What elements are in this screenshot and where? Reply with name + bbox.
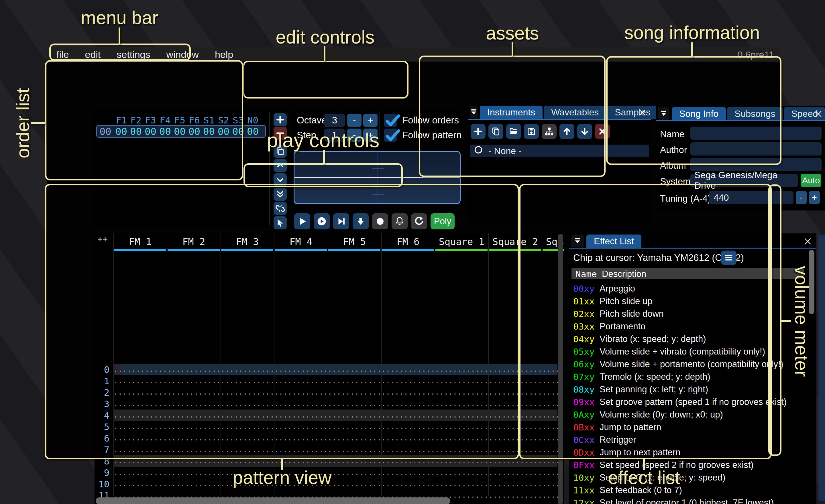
pattern-vertical-scrollbar[interactable] (558, 234, 563, 504)
channel-header-fm-4[interactable]: FM 4 (274, 236, 328, 248)
order-cell[interactable]: 00 (216, 126, 231, 137)
pattern-cell[interactable]: ............ (489, 445, 542, 453)
octave-decrease-button[interactable]: - (347, 114, 362, 127)
pattern-cell[interactable]: ............ (435, 399, 489, 408)
pattern-cell[interactable]: ............ (489, 456, 542, 465)
tab-wavetables[interactable]: Wavetables (544, 106, 606, 119)
poly-toggle-button[interactable]: Poly (431, 213, 455, 229)
tab-subsongs[interactable]: Subsongs (727, 107, 782, 120)
pattern-cell[interactable]: ............ (435, 411, 489, 419)
pattern-cell[interactable]: ............ (489, 434, 542, 442)
menu-item-file[interactable]: file (57, 49, 69, 60)
effect-list-row[interactable]: 0BxxJump to pattern (569, 421, 816, 433)
order-cell[interactable]: 00 (129, 126, 143, 137)
collapse-window-icon[interactable] (571, 235, 584, 247)
pattern-cell[interactable]: ............ (328, 434, 381, 442)
effect-list-row[interactable]: 10xySetup LFO (x: enable; y: speed) (569, 471, 816, 484)
pattern-cell[interactable]: ............ (221, 411, 274, 419)
collapse-window-icon[interactable] (470, 106, 477, 118)
follow-pattern-checkbox[interactable] (384, 129, 397, 142)
play-pattern-button[interactable] (314, 213, 330, 229)
name-field[interactable] (690, 127, 822, 140)
pattern-cell[interactable]: ............ (274, 388, 328, 396)
album-field[interactable] (690, 158, 822, 171)
pattern-cell[interactable]: ............ (435, 388, 489, 396)
effect-list-row[interactable]: 0FxxSet speed (speed 2 if no grooves exi… (569, 458, 816, 471)
pattern-cell[interactable]: ............ (274, 434, 328, 442)
menu-item-help[interactable]: help (215, 49, 233, 60)
menu-item-settings[interactable]: settings (117, 49, 150, 60)
pattern-row[interactable]: 3.......................................… (94, 398, 557, 410)
pattern-cell[interactable]: ............ (328, 365, 381, 373)
close-icon[interactable] (802, 236, 814, 247)
tuning-decrease-button[interactable]: - (796, 191, 807, 204)
system-auto-button[interactable]: Auto (801, 174, 821, 187)
pattern-cell[interactable]: ............ (489, 376, 542, 385)
pattern-cell[interactable]: ............ (381, 479, 435, 488)
deep-clone-order-button[interactable] (274, 202, 287, 215)
move-order-down-button[interactable] (274, 173, 287, 186)
pattern-cell[interactable]: ............ (381, 399, 435, 408)
pattern-cell[interactable]: ............ (274, 422, 328, 431)
effect-list-row[interactable]: 08xySet panning (x: left; y: right) (569, 383, 816, 396)
pattern-cell[interactable]: ............ (221, 422, 274, 431)
pattern-cell[interactable]: ............ (221, 434, 274, 442)
pattern-cell[interactable]: ............ (167, 422, 221, 431)
pattern-cell[interactable]: ............ (435, 376, 489, 385)
pattern-cell[interactable]: ............ (435, 445, 489, 453)
effect-list-row[interactable]: 07xyTremolo (x: speed; y: depth) (569, 370, 816, 383)
pattern-cell[interactable]: ............ (381, 445, 435, 453)
order-cell[interactable]: 00 (172, 126, 187, 137)
pattern-cell[interactable]: ............ (328, 445, 381, 453)
author-field[interactable] (690, 142, 822, 156)
follow-orders-checkbox[interactable] (384, 114, 397, 127)
move-order-up-button[interactable] (274, 159, 287, 172)
pattern-row[interactable]: 0.......................................… (94, 364, 557, 375)
pattern-row[interactable]: 2.......................................… (94, 387, 557, 398)
record-button[interactable] (372, 213, 388, 229)
pattern-cell[interactable]: ............ (114, 376, 167, 385)
pattern-cell[interactable]: ............ (114, 399, 167, 408)
pattern-cell[interactable]: ............ (114, 388, 167, 396)
pattern-cell[interactable]: ............ (435, 468, 489, 477)
repeat-pattern-button[interactable] (411, 213, 427, 229)
pattern-cell[interactable]: ............ (328, 479, 381, 488)
add-order-button[interactable] (274, 113, 287, 126)
pattern-row[interactable]: 1.......................................… (94, 375, 557, 387)
pattern-cell[interactable]: ............ (489, 388, 542, 396)
effect-list-row[interactable]: 01xxPitch slide up (569, 295, 816, 307)
open-instrument-button[interactable] (506, 124, 521, 139)
effect-list-row[interactable]: 05xyVolume slide + vibrato (compatibilit… (569, 345, 816, 358)
system-select[interactable]: Sega Genesis/Mega Drive (690, 174, 798, 187)
pattern-cell[interactable]: ............ (167, 434, 221, 442)
pattern-cell[interactable]: ............ (435, 434, 489, 442)
pattern-cell[interactable]: ............ (114, 434, 167, 442)
pattern-row[interactable]: 7.......................................… (94, 444, 557, 455)
pattern-cell[interactable]: ............ (114, 411, 167, 419)
pattern-cell[interactable]: ............ (489, 422, 542, 431)
channel-header-square-1[interactable]: Square 1 (435, 236, 489, 248)
effect-list-row[interactable]: 02xxPitch slide down (569, 307, 816, 320)
save-instrument-button[interactable] (524, 124, 539, 139)
pattern-cell[interactable]: ............ (435, 422, 489, 431)
pattern-cell[interactable]: ............ (381, 388, 435, 396)
pattern-row[interactable]: 4.......................................… (94, 410, 557, 421)
effect-list-row[interactable]: 0DxxJump to next pattern (569, 446, 816, 458)
pattern-cell[interactable]: ............ (328, 468, 381, 477)
pattern-cell[interactable]: ............ (114, 479, 167, 488)
pattern-cell[interactable]: ............ (328, 388, 381, 396)
effect-list-row[interactable]: 00xyArpeggio (569, 282, 816, 295)
order-cell[interactable]: 00 (158, 126, 172, 137)
pattern-cell[interactable]: ............ (489, 365, 542, 373)
pattern-cell[interactable]: ............ (328, 422, 381, 431)
channel-header-fm-3[interactable]: FM 3 (221, 236, 274, 248)
pattern-cell[interactable]: ............ (381, 365, 435, 373)
order-row[interactable]: 0000000000000000000000 (96, 125, 266, 138)
pattern-cell[interactable]: ............ (489, 468, 542, 477)
pattern-cell[interactable]: ............ (381, 468, 435, 477)
pattern-cell[interactable]: ............ (274, 376, 328, 385)
tab-instruments[interactable]: Instruments (480, 106, 542, 119)
pattern-cell[interactable]: ............ (489, 491, 542, 499)
close-icon[interactable] (812, 108, 824, 120)
duplicate-order-end-button[interactable] (274, 187, 287, 201)
